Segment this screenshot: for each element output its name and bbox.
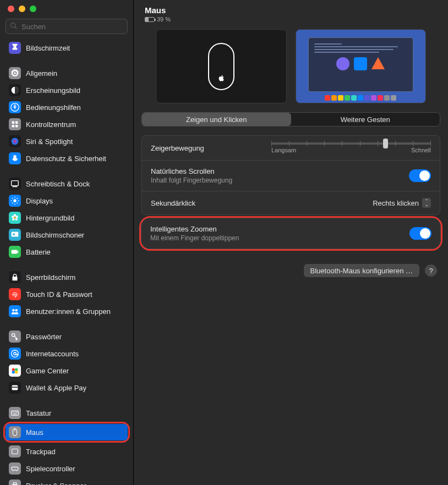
svg-line-18 (17, 198, 18, 199)
svg-line-16 (17, 203, 18, 203)
help-button[interactable]: ? (425, 264, 437, 277)
svg-point-21 (15, 216, 18, 218)
sidebar-item-hintergrundbild[interactable]: Hintergrundbild (6, 210, 128, 226)
close-window-icon[interactable] (8, 5, 14, 12)
mouse-preview[interactable] (156, 29, 287, 103)
flower-icon (9, 212, 21, 224)
sidebar-item-siri-spotlight[interactable]: Siri & Spotlight (6, 133, 128, 150)
sidebar-item-label: Bedienungshilfen (26, 103, 81, 112)
svg-rect-40 (12, 387, 18, 388)
controller-icon (9, 462, 21, 475)
sidebar-item-bildschirmzeit[interactable]: Bildschirmzeit (6, 40, 128, 56)
accessibility-icon (9, 101, 21, 113)
printer-icon (9, 480, 21, 485)
header: Maus 39 % (134, 0, 448, 29)
svg-point-26 (13, 233, 15, 235)
sidebar-item-wallet-apple-pay[interactable]: Wallet & Apple Pay (6, 379, 128, 396)
sidebar-item-label: Spielecontroller (26, 465, 75, 473)
svg-point-10 (13, 199, 16, 202)
sidebar-item-label: Passwörter (26, 333, 62, 341)
sidebar-item-sperrbildschirm[interactable]: Sperrbildschirm (6, 269, 128, 285)
svg-rect-4 (15, 122, 18, 124)
sidebar-item-label: Internetaccounts (26, 350, 79, 358)
svg-rect-44 (15, 412, 16, 412)
sidebar-item-label: Schreibtisch & Dock (26, 180, 90, 188)
intelligent-zoom-toggle[interactable] (409, 227, 431, 240)
sidebar-item-bildschirmschoner[interactable]: Bildschirmschoner (6, 227, 128, 243)
search-input[interactable] (6, 19, 128, 34)
sidebar-item-kontrollzentrum[interactable]: Kontrollzentrum (6, 116, 128, 133)
svg-rect-29 (13, 277, 18, 280)
sidebar-item-bedienungshilfen[interactable]: Bedienungshilfen (6, 99, 128, 115)
sidebar-nav: BildschirmzeitAllgemeinErscheinungsbildB… (0, 40, 133, 485)
svg-rect-27 (12, 250, 18, 253)
svg-point-24 (12, 216, 14, 218)
svg-rect-28 (18, 251, 19, 253)
sidebar-item-tastatur[interactable]: Tastatur (6, 405, 128, 421)
window-controls (0, 0, 133, 19)
sidebar-item-trackpad[interactable]: Trackpad (6, 443, 128, 460)
tab-more-gestures[interactable]: Weitere Gesten (291, 113, 440, 126)
sidebar-item-schreibtisch-dock[interactable]: Schreibtisch & Dock (6, 175, 128, 192)
users-icon (9, 305, 21, 317)
sidebar-item-passw-rter[interactable]: Passwörter (6, 328, 128, 345)
sidebar-item-displays[interactable]: Displays (6, 192, 128, 209)
siri-icon (9, 135, 21, 147)
setting-secondary-click: Sekundärklick Rechts klicken ⌃⌄ (142, 191, 440, 214)
lock-icon (9, 271, 21, 283)
sidebar-item-erscheinungsbild[interactable]: Erscheinungsbild (6, 82, 128, 98)
gear-icon (9, 67, 21, 79)
svg-rect-41 (12, 411, 19, 415)
sidebar-item-label: Batterie (26, 248, 51, 256)
svg-rect-46 (13, 414, 17, 414)
svg-point-20 (14, 214, 17, 217)
sidebar-item-label: Game Center (26, 367, 69, 375)
svg-rect-9 (13, 186, 18, 188)
svg-rect-45 (17, 412, 17, 412)
sidebar-item-game-center[interactable]: Game Center (6, 362, 128, 379)
sidebar-item-benutzer-innen-gruppen[interactable]: Benutzer:innen & Gruppen (6, 303, 128, 319)
sidebar-item-spielecontroller[interactable]: Spielecontroller (6, 460, 128, 477)
svg-point-31 (15, 309, 18, 312)
sidebar-item-label: Datenschutz & Sicherheit (26, 155, 106, 163)
tab-bar: Zeigen und Klicken Weitere Gesten (141, 112, 440, 126)
sidebar-item-internetaccounts[interactable]: Internetaccounts (6, 345, 128, 362)
sidebar-item-label: Allgemein (26, 69, 57, 78)
svg-rect-51 (13, 483, 16, 485)
tab-point-click[interactable]: Zeigen und Klicken (142, 113, 291, 126)
sidebar-item-label: Erscheinungsbild (26, 86, 80, 95)
pointer-speed-slider[interactable]: Langsam Schnell (271, 142, 431, 153)
minimize-window-icon[interactable] (19, 5, 25, 12)
sidebar-item-label: Drucker & Scanner (26, 482, 86, 486)
configure-bluetooth-button[interactable]: Bluetooth-Maus konfigurieren … (304, 264, 419, 277)
gesture-preview[interactable] (296, 29, 427, 103)
sidebar-item-label: Displays (26, 197, 53, 205)
maximize-window-icon[interactable] (30, 5, 36, 12)
sidebar-highlight: Maus (3, 422, 130, 443)
sidebar-item-datenschutz-sicherheit[interactable]: Datenschutz & Sicherheit (6, 150, 128, 167)
svg-line-17 (12, 203, 13, 203)
keyboard-icon (9, 407, 21, 419)
dock-icon (9, 178, 21, 190)
main-content: Maus 39 % Zeigen und Klicken We (134, 0, 448, 485)
secondary-click-select[interactable]: Rechts klicken ⌃⌄ (373, 198, 431, 208)
sidebar-item-batterie[interactable]: Batterie (6, 244, 128, 260)
sidebar-item-allgemein[interactable]: Allgemein (6, 65, 128, 81)
sidebar-item-drucker-scanner[interactable]: Drucker & Scanner (6, 477, 128, 485)
svg-line-15 (12, 198, 13, 199)
natural-scroll-toggle[interactable] (409, 169, 431, 182)
setting-pointer-speed: Zeigerbewegung Langsam Schnell (142, 136, 440, 161)
wallet-icon (9, 382, 21, 394)
svg-rect-8 (12, 181, 19, 186)
mouse-icon (208, 43, 234, 90)
sidebar-item-label: Hintergrundbild (26, 214, 74, 222)
sidebar: BildschirmzeitAllgemeinErscheinungsbildB… (0, 0, 134, 485)
sidebar-item-label: Maus (26, 428, 43, 437)
sidebar-item-label: Sperrbildschirm (26, 273, 75, 282)
svg-point-2 (14, 104, 16, 106)
sidebar-item-maus[interactable]: Maus (6, 424, 128, 440)
svg-rect-43 (14, 412, 14, 412)
sidebar-item-touch-id-passwort[interactable]: Touch ID & Passwort (6, 286, 128, 302)
sidebar-item-label: Trackpad (26, 448, 56, 456)
sidebar-item-label: Wallet & Apple Pay (26, 384, 86, 392)
